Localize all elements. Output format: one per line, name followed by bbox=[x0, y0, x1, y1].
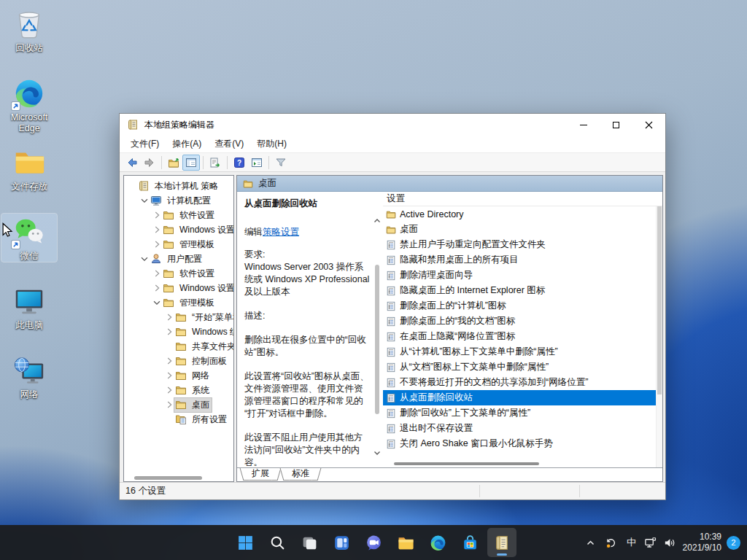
policy-item-3[interactable]: 隐藏和禁用桌面上的所有项目 bbox=[383, 252, 662, 268]
policy-item-10[interactable]: 从“文档”图标上下文菜单中删除“属性” bbox=[383, 359, 662, 375]
scroll-down-icon[interactable] bbox=[373, 448, 382, 457]
chevron-right-icon[interactable] bbox=[164, 327, 174, 337]
description-scrollbar[interactable] bbox=[373, 217, 382, 457]
filter-button[interactable] bbox=[272, 155, 290, 171]
policy-item-5[interactable]: 隐藏桌面上的 Internet Explorer 图标 bbox=[383, 283, 662, 298]
chevron-right-icon[interactable] bbox=[164, 370, 174, 381]
policy-item-0[interactable]: Active Directory bbox=[383, 206, 662, 222]
desktop-icon-file-folder[interactable]: 文件存放 bbox=[1, 144, 57, 192]
chevron-right-icon[interactable] bbox=[152, 283, 162, 293]
tree-item-6[interactable]: 软件设置 bbox=[124, 266, 233, 281]
tree-item-3[interactable]: Windows 设置 bbox=[124, 222, 233, 237]
list-vertical-scrollbar[interactable] bbox=[656, 206, 662, 467]
desktop-icon-recycle-bin[interactable]: 回收站 bbox=[1, 6, 57, 54]
export-list-button[interactable] bbox=[206, 155, 224, 171]
tree-item-12[interactable]: 控制面板 bbox=[124, 354, 233, 368]
policy-item-9[interactable]: 从“计算机”图标上下文菜单中删除“属性” bbox=[383, 344, 662, 359]
show-hidden-icons-button[interactable] bbox=[581, 528, 600, 557]
close-button[interactable] bbox=[632, 114, 665, 136]
policy-settings-link[interactable]: 策略设置 bbox=[263, 227, 299, 237]
chevron-down-icon[interactable] bbox=[139, 254, 150, 264]
folder-up-button[interactable] bbox=[165, 155, 182, 171]
folder-icon bbox=[175, 341, 187, 352]
taskbar-file-explorer-button[interactable] bbox=[391, 528, 420, 557]
policy-item-1[interactable]: 桌面 bbox=[383, 222, 662, 237]
menu-item-0[interactable]: 文件(F) bbox=[124, 136, 166, 152]
policy-item-4[interactable]: 删除清理桌面向导 bbox=[383, 268, 662, 283]
tree-item-14[interactable]: 系统 bbox=[124, 383, 233, 397]
policy-item-11[interactable]: 不要将最近打开的文档的共享添加到“网络位置” bbox=[383, 375, 662, 390]
tree-item-10[interactable]: Windows 组件 bbox=[124, 324, 233, 339]
tree-item-5[interactable]: 用户配置 bbox=[124, 252, 233, 266]
sync-status-icon[interactable] bbox=[600, 528, 622, 557]
taskbar-chat-button[interactable] bbox=[359, 528, 388, 557]
tree-item-2[interactable]: 软件设置 bbox=[124, 208, 233, 222]
console-window-button[interactable] bbox=[248, 155, 266, 171]
minimize-button[interactable] bbox=[567, 114, 600, 136]
taskbar-widgets-button[interactable] bbox=[327, 528, 356, 557]
tree-horizontal-scrollbar[interactable] bbox=[134, 476, 202, 480]
settings-column-header[interactable]: 设置 bbox=[383, 192, 662, 206]
scroll-up-icon[interactable] bbox=[373, 217, 382, 225]
settings-list-panel: 设置 Active Directory桌面禁止用户手动重定向配置文件文件夹隐藏和… bbox=[383, 192, 662, 467]
tree-item-15[interactable]: 桌面 bbox=[124, 397, 233, 412]
desktop-icon-this-pc[interactable]: 此电脑 bbox=[1, 283, 57, 331]
chevron-right-icon[interactable] bbox=[164, 385, 174, 395]
desktop-icon-network[interactable]: 网络 bbox=[1, 352, 57, 400]
back-button[interactable] bbox=[123, 155, 141, 171]
chevron-down-icon[interactable] bbox=[139, 195, 150, 206]
chevron-right-icon[interactable] bbox=[152, 210, 162, 220]
chevron-right-icon[interactable] bbox=[152, 239, 162, 249]
taskbar-search-button[interactable] bbox=[263, 528, 292, 557]
desktop-icon-edge[interactable]: Microsoft Edge bbox=[1, 75, 57, 134]
tree-item-7[interactable]: Windows 设置 bbox=[124, 281, 233, 295]
export-list-icon bbox=[209, 157, 221, 168]
policy-item-2[interactable]: 禁止用户手动重定向配置文件文件夹 bbox=[383, 237, 662, 252]
notification-badge[interactable]: 2 bbox=[727, 536, 740, 550]
policy-item-14[interactable]: 退出时不保存设置 bbox=[383, 421, 662, 436]
policy-item-6[interactable]: 删除桌面上的“计算机”图标 bbox=[383, 298, 662, 314]
tree-item-0[interactable]: 本地计算机 策略 bbox=[124, 179, 233, 193]
tree-item-9[interactable]: “开始”菜单和任务栏 bbox=[124, 310, 233, 324]
chevron-right-icon[interactable] bbox=[164, 312, 174, 322]
policy-item-8[interactable]: 在桌面上隐藏“网络位置”图标 bbox=[383, 329, 662, 344]
policy-item-13[interactable]: 删除“回收站”上下文菜单的“属性” bbox=[383, 405, 662, 421]
maximize-button[interactable] bbox=[600, 114, 632, 136]
taskbar-gpedit-button[interactable] bbox=[487, 528, 516, 557]
forward-button[interactable] bbox=[141, 155, 158, 171]
chevron-right-icon[interactable] bbox=[152, 225, 162, 235]
volume-tray-icon[interactable] bbox=[660, 528, 679, 557]
tree-item-8[interactable]: 管理模板 bbox=[124, 295, 233, 310]
menu-item-3[interactable]: 帮助(H) bbox=[250, 136, 293, 152]
taskbar-clock[interactable]: 10:392021/9/10 bbox=[683, 532, 721, 553]
settings-list: Active Directory桌面禁止用户手动重定向配置文件文件夹隐藏和禁用桌… bbox=[383, 206, 662, 451]
taskbar-store-button[interactable] bbox=[455, 528, 484, 557]
menu-item-1[interactable]: 操作(A) bbox=[166, 136, 208, 152]
taskbar-task-view-button[interactable] bbox=[295, 528, 324, 557]
help-button[interactable]: ? bbox=[231, 155, 248, 171]
chevron-right-icon[interactable] bbox=[164, 400, 174, 410]
tree-item-13[interactable]: 网络 bbox=[124, 368, 233, 383]
taskbar-start-button[interactable] bbox=[231, 528, 260, 557]
tree-item-16[interactable]: 所有设置 bbox=[124, 412, 233, 427]
menu-item-2[interactable]: 查看(V) bbox=[208, 136, 250, 152]
policy-item-15[interactable]: 关闭 Aero Shake 窗口最小化鼠标手势 bbox=[383, 436, 662, 451]
show-pane-button[interactable] bbox=[182, 155, 200, 171]
ime-indicator[interactable]: 中 bbox=[622, 528, 641, 557]
tree-item-label: 系统 bbox=[190, 384, 212, 397]
tree-item-4[interactable]: 管理模板 bbox=[124, 237, 233, 252]
chevron-down-icon[interactable] bbox=[152, 298, 162, 308]
network-tray-icon[interactable] bbox=[641, 528, 660, 557]
scrollbar-thumb[interactable] bbox=[375, 265, 379, 414]
list-horizontal-scrollbar[interactable] bbox=[394, 462, 539, 465]
tree-item-11[interactable]: 共享文件夹 bbox=[124, 339, 233, 354]
policy-item-12[interactable]: 从桌面删除回收站 bbox=[383, 390, 662, 405]
scrollbar-thumb[interactable] bbox=[657, 206, 662, 394]
chevron-right-icon[interactable] bbox=[152, 268, 162, 279]
tree-item-1[interactable]: 计算机配置 bbox=[124, 193, 233, 208]
chevron-right-icon[interactable] bbox=[164, 356, 174, 366]
tab-standard[interactable]: 标准 bbox=[285, 468, 317, 481]
taskbar-edge-button[interactable] bbox=[423, 528, 452, 557]
tab-extended[interactable]: 扩展 bbox=[244, 468, 276, 481]
policy-item-7[interactable]: 删除桌面上的“我的文档”图标 bbox=[383, 314, 662, 329]
